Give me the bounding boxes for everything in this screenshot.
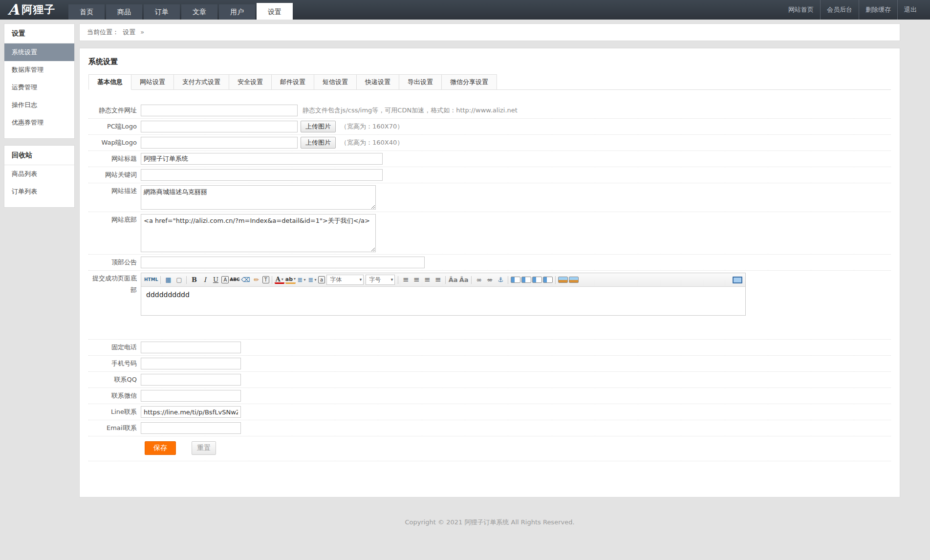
sidebar-section-title: 回收站 bbox=[4, 146, 74, 165]
static-url-hint: 静态文件包含js/css/img等，可用CDN加速，格式如：http://www… bbox=[303, 105, 518, 116]
italic-icon[interactable]: I bbox=[200, 275, 210, 285]
breadcrumb-prefix: 当前位置： bbox=[87, 28, 119, 36]
editor-content[interactable]: dddddddddd bbox=[141, 287, 745, 315]
form-row: PC端Logo 上传图片 （宽高为：160X70） bbox=[88, 119, 891, 135]
form-actions: 保存 重置 bbox=[88, 436, 891, 461]
pc-logo-field[interactable] bbox=[141, 121, 298, 132]
page-body: 设置系统设置数据库管理运费管理操作日志优惠券管理回收站商品列表订单列表 当前位置… bbox=[0, 20, 930, 541]
image-align-left-icon[interactable] bbox=[511, 277, 520, 283]
toolbar-separator bbox=[445, 276, 446, 284]
dropdown-caret-icon: ▾ bbox=[304, 278, 306, 282]
sidebar-item-operation-log[interactable]: 操作日志 bbox=[4, 96, 74, 114]
tab-wechat-share-settings[interactable]: 微信分享设置 bbox=[442, 74, 497, 90]
form-row: Wap端Logo 上传图片 （宽高为：160X40） bbox=[88, 135, 891, 151]
save-button[interactable]: 保存 bbox=[145, 441, 176, 455]
unordered-list-icon[interactable]: ≣▾ bbox=[307, 275, 317, 285]
lowercase-icon[interactable]: Âa bbox=[459, 275, 469, 285]
ordered-list-icon[interactable]: ≣▾ bbox=[297, 275, 306, 285]
breadcrumb-current[interactable]: 设置 bbox=[123, 28, 135, 36]
form-row: 网站关键词 bbox=[88, 167, 891, 183]
tab-mail-settings[interactable]: 邮件设置 bbox=[272, 74, 314, 90]
paste-text-icon[interactable]: T bbox=[262, 276, 269, 283]
field-label: 静态文件网址 bbox=[88, 105, 141, 116]
underline-icon[interactable]: U bbox=[211, 275, 220, 285]
site-keywords-field[interactable] bbox=[141, 169, 383, 181]
align-center-icon[interactable]: ≡ bbox=[411, 275, 421, 285]
insert-image-icon[interactable] bbox=[558, 277, 568, 283]
image-align-right-icon[interactable] bbox=[532, 277, 542, 283]
tab-sms-settings[interactable]: 短信设置 bbox=[314, 74, 357, 90]
toolbar-separator bbox=[471, 276, 472, 284]
multi-image-icon[interactable] bbox=[569, 277, 579, 283]
font-border-icon[interactable]: A bbox=[221, 276, 229, 283]
format-brush-icon[interactable]: ✏ bbox=[252, 275, 261, 285]
font-size-select[interactable]: 字号 bbox=[366, 275, 395, 285]
sidebar-item-database[interactable]: 数据库管理 bbox=[4, 61, 74, 79]
nav-orders[interactable]: 订单 bbox=[144, 4, 180, 20]
sidebar-item-coupons[interactable]: 优惠券管理 bbox=[4, 114, 74, 131]
static-url-field[interactable] bbox=[141, 105, 298, 116]
site-description-field[interactable]: 網路商城描述乌克丽丽 bbox=[141, 185, 376, 210]
tab-security-settings[interactable]: 安全设置 bbox=[229, 74, 272, 90]
wechat-field[interactable] bbox=[141, 390, 241, 402]
app-logo[interactable]: A 阿狸子 bbox=[8, 0, 68, 20]
top-notice-field[interactable] bbox=[141, 257, 425, 268]
tab-export-settings[interactable]: 导出设置 bbox=[399, 74, 442, 90]
font-color-icon[interactable]: A▾ bbox=[275, 276, 284, 284]
preview-icon[interactable]: ▦ bbox=[163, 275, 173, 285]
font-family-select[interactable]: 字体 bbox=[326, 275, 364, 285]
highlight-icon[interactable]: ab▾ bbox=[285, 276, 296, 284]
nav-users[interactable]: 用户 bbox=[219, 4, 255, 20]
form-row: 联系微信 bbox=[88, 388, 891, 404]
link-clear-cache[interactable]: 删除缓存 bbox=[859, 0, 897, 20]
align-justify-icon[interactable]: ≡ bbox=[433, 275, 443, 285]
form-row: 顶部公告 bbox=[88, 255, 891, 271]
html-source-icon[interactable]: HTML bbox=[144, 275, 158, 285]
bold-icon[interactable]: B bbox=[189, 275, 199, 285]
wap-logo-upload-button[interactable]: 上传图片 bbox=[301, 137, 336, 149]
page-footer: Copyright © 2021 阿狸子订单系统 All Rights Rese… bbox=[79, 497, 900, 541]
qq-field[interactable] bbox=[141, 374, 241, 386]
form-row: Line联系 bbox=[88, 404, 891, 420]
tab-site-settings[interactable]: 网站设置 bbox=[131, 74, 174, 90]
align-right-icon[interactable]: ≡ bbox=[422, 275, 432, 285]
sidebar-item-goods-list[interactable]: 商品列表 bbox=[4, 165, 74, 183]
link-member-admin[interactable]: 会员后台 bbox=[820, 0, 859, 20]
sidebar-item-freight[interactable]: 运费管理 bbox=[4, 79, 74, 96]
align-left-icon[interactable]: ≡ bbox=[401, 275, 411, 285]
email-field[interactable] bbox=[141, 422, 241, 434]
site-title-field[interactable] bbox=[141, 153, 383, 165]
site-footer-field[interactable]: <a href="http://alizi.com.cn/?m=Index&a=… bbox=[141, 214, 376, 252]
pc-logo-upload-button[interactable]: 上传图片 bbox=[301, 121, 336, 132]
fullscreen-icon[interactable] bbox=[733, 277, 742, 283]
mobile-field[interactable] bbox=[141, 358, 241, 369]
sidebar-item-order-list[interactable]: 订单列表 bbox=[4, 183, 74, 200]
tab-payment-settings[interactable]: 支付方式设置 bbox=[174, 74, 229, 90]
nav-goods[interactable]: 商品 bbox=[106, 4, 142, 20]
unlink-icon[interactable]: ∞ bbox=[485, 275, 495, 285]
sidebar-item-system-settings[interactable]: 系统设置 bbox=[4, 43, 74, 61]
field-label: 固定电话 bbox=[88, 342, 141, 353]
eraser-icon[interactable]: ⌫ bbox=[241, 275, 251, 285]
link-icon[interactable]: ∞ bbox=[474, 275, 484, 285]
tab-basic-info[interactable]: 基本信息 bbox=[88, 74, 131, 90]
nav-settings[interactable]: 设置 bbox=[257, 3, 293, 20]
wap-logo-field[interactable] bbox=[141, 137, 298, 149]
link-site-home[interactable]: 网站首页 bbox=[782, 0, 820, 20]
tab-express-settings[interactable]: 快递设置 bbox=[357, 74, 399, 90]
toolbar-separator bbox=[555, 276, 556, 284]
link-style-icon[interactable]: a bbox=[318, 276, 325, 283]
anchor-icon[interactable]: ⚓ bbox=[496, 275, 505, 285]
nav-articles[interactable]: 文章 bbox=[181, 4, 217, 20]
image-align-inline-icon[interactable] bbox=[521, 277, 531, 283]
reset-button[interactable]: 重置 bbox=[192, 441, 216, 455]
nav-home[interactable]: 首页 bbox=[68, 4, 105, 20]
link-logout[interactable]: 退出 bbox=[897, 0, 923, 20]
uppercase-icon[interactable]: Âa bbox=[448, 275, 458, 285]
strikethrough-icon[interactable]: ABC bbox=[230, 275, 239, 285]
phone-field[interactable] bbox=[141, 342, 241, 353]
image-align-block-icon[interactable] bbox=[543, 277, 553, 283]
line-field[interactable] bbox=[141, 406, 241, 418]
new-document-icon[interactable]: ▢ bbox=[174, 275, 184, 285]
sidebar-section-title: 设置 bbox=[4, 24, 74, 43]
